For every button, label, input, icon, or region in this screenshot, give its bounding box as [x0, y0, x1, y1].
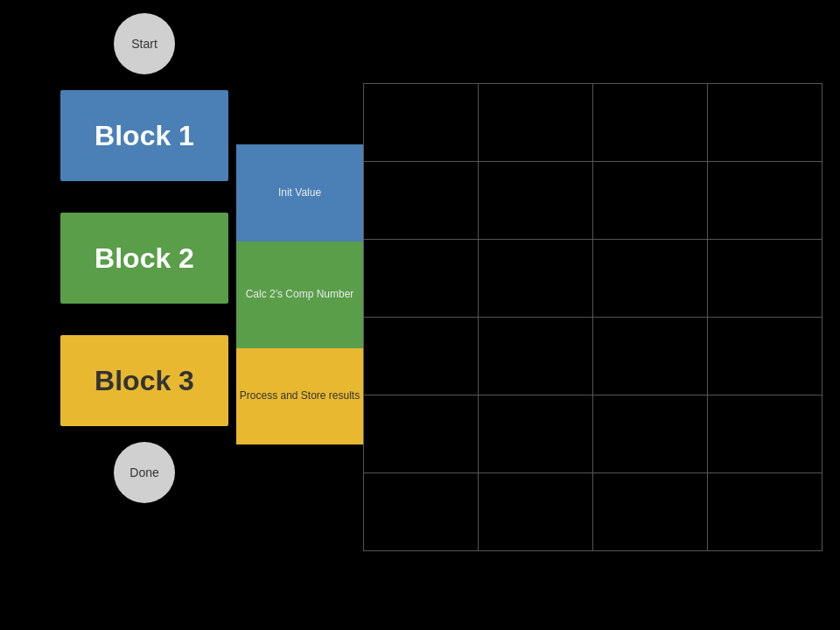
table-row: [364, 396, 822, 473]
grid-cell: [364, 473, 479, 551]
grid-cell: [708, 473, 822, 551]
grid-cell: [593, 240, 708, 318]
grid-cell: [479, 240, 593, 318]
grid-cell: [708, 240, 822, 318]
grid-cell: [708, 84, 822, 162]
segment-calc-comp: Calc 2's Comp Number: [236, 242, 363, 348]
grid-cell: [593, 318, 708, 396]
grid-area: [363, 83, 822, 551]
segment-empty-top: [236, 83, 363, 144]
table-row: [364, 240, 822, 318]
grid-cell: [479, 84, 593, 162]
grid-cell: [479, 396, 593, 473]
table-row: [364, 473, 822, 551]
grid-cell: [479, 473, 593, 551]
segment-process-store: Process and Store results: [236, 348, 363, 445]
done-node: Done: [114, 442, 175, 503]
block-2: Block 2: [60, 213, 228, 304]
grid-cell: [593, 473, 708, 551]
grid-cell: [593, 84, 708, 162]
block-2-label: Block 2: [94, 242, 194, 275]
segment-init-value: Init Value: [236, 144, 363, 242]
done-label: Done: [130, 466, 158, 480]
grid-cell: [593, 162, 708, 240]
block-1: Block 1: [60, 90, 228, 181]
grid-cell: [708, 162, 822, 240]
grid-cell: [364, 318, 479, 396]
segments-column: Init Value Calc 2's Comp Number Process …: [236, 83, 363, 551]
table-row: [364, 162, 822, 240]
start-label: Start: [131, 37, 158, 51]
grid-cell: [708, 318, 822, 396]
table-row: [364, 84, 822, 162]
block-1-label: Block 1: [94, 120, 194, 152]
grid-cell: [364, 240, 479, 318]
grid-cell: [364, 396, 479, 473]
right-panel: Init Value Calc 2's Comp Number Process …: [236, 83, 822, 551]
segment-calc-comp-label: Calc 2's Comp Number: [246, 288, 354, 302]
segment-empty-bottom: [236, 444, 363, 551]
left-panel: Start Block 1 Block 2 Block 3 Done: [39, 13, 249, 503]
grid-cell: [364, 84, 479, 162]
start-node: Start: [114, 13, 175, 74]
grid-cell: [364, 162, 479, 240]
block-3-label: Block 3: [94, 365, 194, 397]
grid-cell: [593, 396, 708, 473]
segment-init-value-label: Init Value: [278, 186, 321, 200]
grid-cell: [708, 396, 822, 473]
grid-table: [363, 83, 822, 551]
table-row: [364, 318, 822, 396]
block-3: Block 3: [60, 335, 228, 426]
grid-cell: [479, 162, 593, 240]
segment-process-store-label: Process and Store results: [240, 389, 360, 403]
grid-cell: [479, 318, 593, 396]
